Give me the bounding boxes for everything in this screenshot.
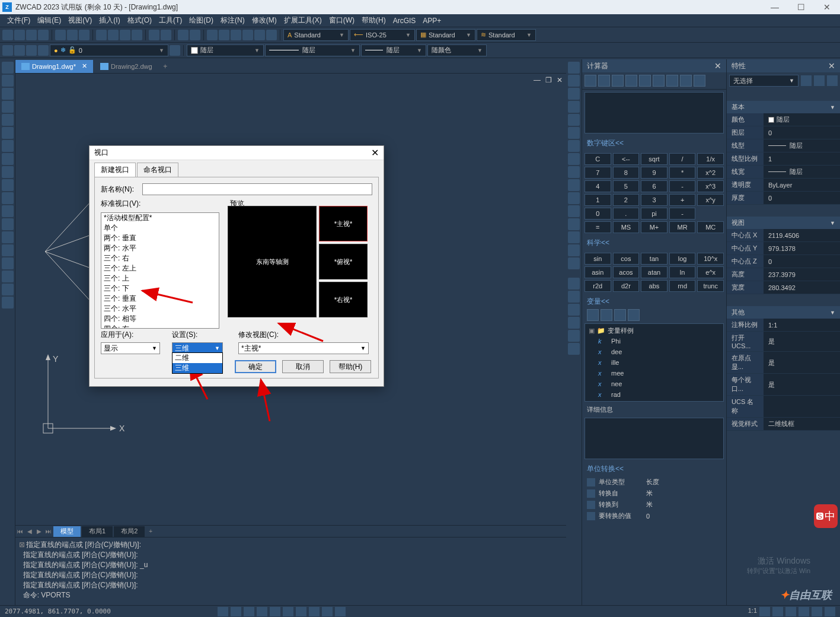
stretch-icon[interactable] xyxy=(568,166,580,178)
mirror-icon[interactable] xyxy=(568,88,580,100)
layerfreeze-icon[interactable] xyxy=(14,45,25,56)
calc-dist-icon[interactable] xyxy=(639,75,651,87)
trim-icon[interactable] xyxy=(568,179,580,191)
cut-icon[interactable] xyxy=(96,30,107,40)
props-selection-combo[interactable]: 无选择▼ xyxy=(729,75,799,87)
insert-icon[interactable] xyxy=(2,205,14,217)
calc-btn[interactable]: atan xyxy=(641,266,667,278)
menu-insert[interactable]: 插入(I) xyxy=(95,15,123,26)
menu-ext[interactable]: 扩展工具(X) xyxy=(280,15,325,26)
calc-btn[interactable]: 0 xyxy=(585,208,611,220)
calc-btn[interactable]: d2r xyxy=(613,280,640,292)
dialog-close-icon[interactable]: ✕ xyxy=(371,147,379,158)
calc-btn[interactable]: abs xyxy=(641,280,667,292)
maximize-button[interactable]: ☐ xyxy=(788,0,814,14)
calc-btn[interactable]: 5 xyxy=(613,180,640,192)
calc-btn[interactable]: e^x xyxy=(697,266,724,278)
dim6-icon[interactable] xyxy=(568,343,580,355)
calc-btn[interactable]: cos xyxy=(613,253,640,265)
menu-arcgis[interactable]: ArcGIS xyxy=(389,17,420,25)
layeroff-icon[interactable] xyxy=(38,45,49,56)
preview-main[interactable]: 东南等轴测 xyxy=(228,206,317,317)
arc-icon[interactable] xyxy=(2,127,14,139)
calc-sci-header[interactable]: 科学<< xyxy=(582,236,726,250)
std-viewport-list[interactable]: *活动模型配置* 单个 两个: 垂直 两个: 水平 三个: 右 三个: 左上 三… xyxy=(101,212,219,329)
calc-btn[interactable]: 7 xyxy=(585,167,611,179)
layout-tab-layout2[interactable]: 布局2 xyxy=(114,526,145,537)
calc-btn[interactable]: ln xyxy=(669,266,696,278)
layerstate-icon[interactable] xyxy=(2,45,13,56)
calc-btn[interactable]: sqrt xyxy=(641,153,667,165)
xline-icon[interactable] xyxy=(2,75,14,87)
copy-icon[interactable] xyxy=(108,30,119,40)
menu-modify[interactable]: 修改(M) xyxy=(248,15,280,26)
block2-icon[interactable] xyxy=(2,218,14,230)
table-icon[interactable] xyxy=(2,284,14,295)
preview-front-view[interactable]: *俯视* xyxy=(319,244,368,279)
rotate-icon[interactable] xyxy=(568,140,580,152)
hatch-icon[interactable] xyxy=(2,244,14,256)
props-group-basic[interactable]: 基本▼ xyxy=(727,101,840,113)
calc-btn[interactable]: . xyxy=(613,208,640,220)
minimize-button[interactable]: — xyxy=(762,0,788,14)
calc-btn[interactable]: MR xyxy=(669,221,696,233)
rect-icon[interactable] xyxy=(2,114,14,126)
dim-style-combo[interactable]: ⟵ISO-25▼ xyxy=(350,29,415,41)
cfg-icon[interactable] xyxy=(825,607,835,616)
dialog-tab-new[interactable]: 新建视口 xyxy=(94,163,136,177)
dim5-icon[interactable] xyxy=(568,330,580,342)
undo-icon[interactable] xyxy=(149,30,159,40)
layermgr-icon[interactable] xyxy=(170,45,180,56)
preview-top-view[interactable]: *主视* xyxy=(319,206,368,241)
menu-window[interactable]: 窗口(W) xyxy=(325,15,358,26)
ortho-icon[interactable] xyxy=(244,607,254,616)
explode-icon[interactable] xyxy=(568,257,580,269)
tool-icon[interactable] xyxy=(266,30,277,40)
menu-view[interactable]: 视图(V) xyxy=(65,15,95,26)
calc-var-btn3[interactable] xyxy=(614,309,626,321)
otrack-icon[interactable] xyxy=(283,607,293,616)
calc-btn[interactable]: 9 xyxy=(641,167,667,179)
ellipsearc-icon[interactable] xyxy=(2,192,14,204)
calc-var-tree[interactable]: ▣ 📁 变量样例 kPhi xdee xille xmee xnee xrad xyxy=(585,323,724,402)
calc-paste-icon[interactable] xyxy=(612,75,624,87)
calc-btn[interactable]: - xyxy=(669,208,696,220)
cycle-icon[interactable] xyxy=(335,607,346,616)
props-qselect-icon[interactable] xyxy=(814,75,825,86)
calc-btn[interactable]: MC xyxy=(697,221,724,233)
zoom-icon[interactable] xyxy=(190,30,200,40)
menu-edit[interactable]: 编辑(E) xyxy=(34,15,65,26)
offset-icon[interactable] xyxy=(568,101,580,113)
change-view-combo[interactable]: *主视*▼ xyxy=(238,342,369,354)
doc-tab-add[interactable]: + xyxy=(159,62,171,71)
calc-btn[interactable]: x^3 xyxy=(697,180,724,192)
layout-add-icon[interactable]: + xyxy=(146,528,155,535)
extend-icon[interactable] xyxy=(568,192,580,204)
calc-x-icon[interactable] xyxy=(680,75,692,87)
mtext-icon[interactable] xyxy=(2,297,14,308)
menu-dim[interactable]: 标注(N) xyxy=(217,15,248,26)
calc-btn[interactable]: 1 xyxy=(585,194,611,206)
gradient-icon[interactable] xyxy=(2,257,14,269)
props-icon[interactable] xyxy=(242,30,253,40)
props-pick-icon[interactable] xyxy=(801,75,812,86)
viewport-close-icon[interactable]: ✕ xyxy=(557,76,563,84)
layout-prev-icon[interactable]: ◀ xyxy=(25,528,34,535)
calc-btn[interactable]: 10^x xyxy=(697,253,724,265)
calc-display[interactable] xyxy=(585,92,724,133)
calc-btn[interactable]: rnd xyxy=(669,280,696,292)
calc-btn[interactable]: 4 xyxy=(585,180,611,192)
menu-draw[interactable]: 绘图(D) xyxy=(186,15,217,26)
layout-tab-layout1[interactable]: 布局1 xyxy=(82,526,113,537)
calc-vars-header[interactable]: 变量<< xyxy=(582,294,726,309)
osnap-icon[interactable] xyxy=(270,607,280,616)
iso-icon[interactable] xyxy=(799,607,809,616)
lineweight-combo[interactable]: 随层▼ xyxy=(361,44,426,56)
annoscale-icon[interactable] xyxy=(759,607,770,616)
calc-btn[interactable]: 1/x xyxy=(697,153,724,165)
doc-tab-inactive[interactable]: Drawing2.dwg xyxy=(94,60,158,73)
layerlock-icon[interactable] xyxy=(26,45,37,56)
calc-clear-icon[interactable] xyxy=(585,75,596,87)
dyn-icon[interactable] xyxy=(309,607,320,616)
fillet-icon[interactable] xyxy=(568,244,580,256)
